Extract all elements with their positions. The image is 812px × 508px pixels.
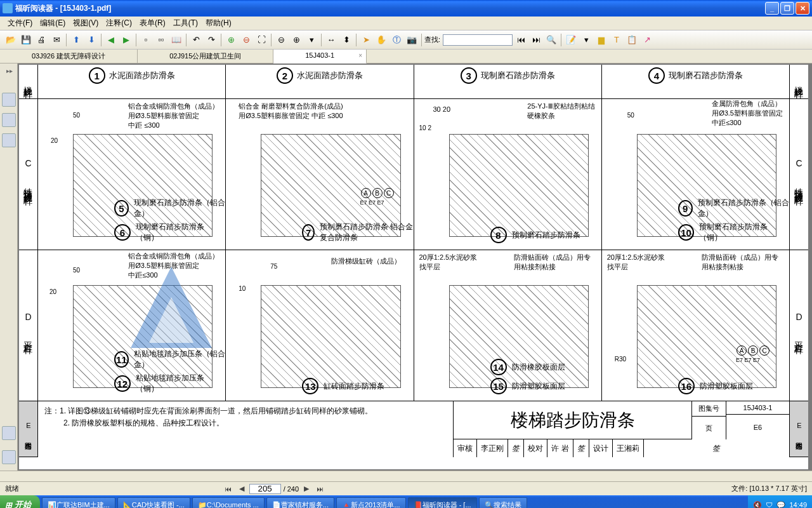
nav-down-icon[interactable]: ⬇ [84,33,98,47]
fit-icon[interactable]: ⛶ [254,33,268,47]
layers-icon[interactable] [2,450,16,464]
task-button[interactable]: 🔺 新点2013清单... [336,497,406,508]
pdf-page: 楼梯栏杆 C 特殊场所楼梯栏杆 D 平台栏杆 E 构造详图 楼梯栏杆 C 特殊场… [19,65,808,469]
dimension: 30 20 [433,105,451,113]
save-icon[interactable]: 💾 [19,33,33,47]
next-page-icon[interactable]: ▶ [301,485,311,493]
attachments-icon[interactable] [2,426,16,440]
bookmarks-icon[interactable] [2,93,16,107]
search-adv-icon[interactable]: 🔍 [544,33,558,47]
forward-icon[interactable]: ▶ [119,33,133,47]
fit-width-icon[interactable]: ↔ [324,33,338,47]
zoom-drop-icon[interactable]: ▾ [304,33,318,47]
tray-icon[interactable]: 🛡 [766,501,773,508]
page-input[interactable] [249,484,281,494]
section-e-label: E 构造详图 [22,418,34,441]
tray-icon[interactable]: 🔇 [753,501,762,509]
close-icon[interactable]: × [358,52,362,59]
menu-view[interactable]: 视图(V) [69,17,102,30]
detail-num: 2 [277,67,293,84]
minimize-button[interactable]: _ [765,2,779,15]
detail-labels: 5现制磨石踏步防滑条（铝合金） 6现制磨石踏步防滑条（铜） [114,195,225,243]
rotate-right-icon[interactable]: ↷ [204,33,218,47]
menu-file[interactable]: 文件(F) [4,17,36,30]
section-mark: ABCE7 E7 E7 [736,345,770,363]
annotation: 25-YJ-Ⅲ胶粘结剂粘结硬橡胶条 [527,102,594,121]
dimension: 75 [270,263,277,270]
zoom-out2-icon[interactable]: ⊖ [274,33,288,47]
share-icon[interactable]: ↗ [640,33,654,47]
textbox-icon[interactable]: T [610,33,624,47]
note-icon[interactable]: 📝 [564,33,578,47]
dimension: 50 [73,267,80,274]
annotation: 铝合金或铜防滑包角（成品）用Ø3.5塑料膨胀管固定中距≤300 [128,251,219,280]
fit-page-icon[interactable]: ⬍ [339,33,353,47]
menu-edit[interactable]: 编辑(E) [36,17,69,30]
annotation: 金属防滑包角（成品）用Ø3.5塑料膨胀管固定中距≤300 [712,99,783,128]
close-button[interactable]: ✕ [796,2,809,15]
print-icon[interactable]: 🖨 [34,33,48,47]
expand-handle-icon[interactable]: ▸▸ [6,67,11,86]
open-icon[interactable]: 📂 [4,33,18,47]
section-d-label-r: D 平台栏杆 [792,308,806,344]
detail-num: 3 [461,67,477,84]
menu-form[interactable]: 表单(R) [136,17,169,30]
text-select-icon[interactable]: Ⓣ [390,33,403,47]
task-button[interactable]: 🔍 搜索结果 [479,497,527,508]
dimension: 20 [51,137,58,144]
search-input[interactable] [443,34,513,46]
mail-icon[interactable]: ✉ [49,33,63,47]
zoom-in2-icon[interactable]: ⊕ [289,33,303,47]
pages-icon[interactable]: ▫▫ [154,33,168,47]
task-button[interactable]: 📁 C:\Documents ... [192,497,265,508]
dimension: 10 2 [419,124,431,131]
pointer-icon[interactable]: ➤ [359,33,373,47]
scrollbar-area[interactable] [0,471,812,481]
dimension: 20 [49,288,56,295]
maximize-button[interactable]: ❐ [780,2,794,15]
zoom-out-icon[interactable]: ⊖ [239,33,253,47]
nav-up-icon[interactable]: ⬆ [69,33,83,47]
comments-panel-icon[interactable] [2,133,16,147]
tab-3[interactable]: 15J403-1× [273,50,367,64]
snapshot-icon[interactable]: 📷 [405,33,419,47]
back-icon[interactable]: ◀ [104,33,118,47]
task-button[interactable]: 📄 曹家镇村服务... [266,497,334,508]
hand-icon[interactable]: ✋ [374,33,388,47]
section-c-label-r: C 特殊场所楼梯栏杆 [792,154,806,195]
task-button[interactable]: 📕 福昕阅读器 - [... [408,497,477,508]
pages-panel-icon[interactable] [2,113,16,127]
prev-page-icon[interactable]: ◀ [237,485,247,493]
section-d-label: D 平台栏杆 [22,308,36,344]
search-prev-icon[interactable]: ⏮ [514,33,528,47]
note-drop-icon[interactable]: ▾ [579,33,593,47]
tray-icon[interactable]: 💬 [776,501,785,509]
detail-labels: 11粘贴地毯踏步加压条（铝合金） 12粘贴地毯踏步加压条（铜） [114,346,225,394]
first-page-icon[interactable]: ⏮ [222,485,234,493]
menu-help[interactable]: 帮助(H) [202,17,235,30]
book-icon[interactable]: 📖 [169,33,183,47]
tab-2[interactable]: 02J915公用建筑卫生间 [138,50,273,63]
tab-1[interactable]: 03J926 建筑无障碍设计 [0,50,138,63]
task-button[interactable]: 📐 CAD快速看图 -... [117,497,190,508]
section-e-label-r: E 构造详图 [793,418,805,441]
detail-labels: 14防滑橡胶板面层 15防滑塑胶板面层 [490,356,565,394]
stamp-icon[interactable]: 📋 [625,33,639,47]
search-next-icon[interactable]: ⏭ [529,33,543,47]
zoom-in-icon[interactable]: ⊕ [224,33,238,47]
page-icon[interactable]: ▫ [139,33,153,47]
highlight-icon[interactable]: ▆ [594,33,608,47]
annotation: 防滑贴面砖（成品）用专用粘接剂粘接 [514,253,596,272]
system-tray[interactable]: 🔇 🛡 💬 14:49 [748,495,812,508]
task-button[interactable]: 📊 广联达BIM土建... [42,497,115,508]
menu-bar: 文件(F) 编辑(E) 视图(V) 注释(C) 表单(R) 工具(T) 帮助(H… [0,17,812,30]
rotate-left-icon[interactable]: ↶ [189,33,203,47]
page-total: / 240 [284,485,299,493]
start-button[interactable]: ⊞开始 [0,495,40,508]
clock: 14:49 [789,501,807,508]
menu-tool[interactable]: 工具(T) [169,17,202,30]
menu-comment[interactable]: 注释(C) [102,17,136,30]
detail-labels: 13缸砖面踏步防滑条 [302,375,384,394]
last-page-icon[interactable]: ⏭ [314,485,326,493]
annotation: 20厚1:2.5水泥砂浆找平层 [607,253,671,272]
